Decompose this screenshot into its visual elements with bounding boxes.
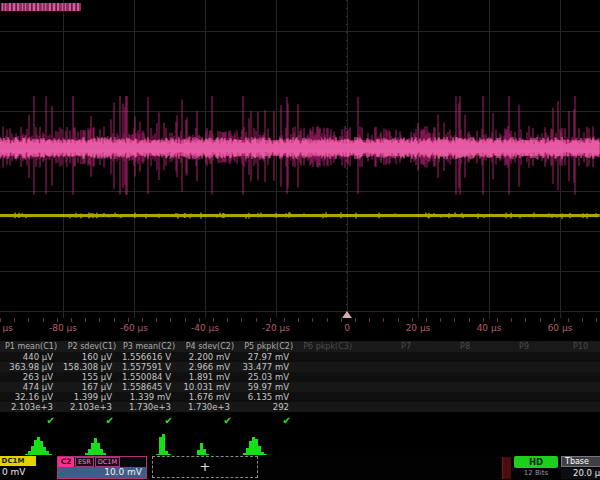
c1-trace (0, 212, 599, 219)
measure-value: 27.97 mV (236, 352, 289, 362)
c2-channel-tag: C2 (58, 457, 74, 467)
oscilloscope-screen: -100 µs-80 µs-60 µs-40 µs-20 µs020 µs40 … (0, 0, 600, 480)
measure-value: 440 µV (0, 352, 53, 362)
measure-min: 1.550084 V (118, 372, 171, 382)
measure-sdev: 1.676 mV (177, 392, 230, 402)
measure-max: 10.031 mV (177, 382, 230, 392)
channel-descriptor-c1[interactable]: DC1M 0 mV (0, 456, 56, 479)
time-label: -80 µs (49, 323, 77, 333)
measure-col-4[interactable]: P4 sdev(C2)2.200 mV2.966 mV1.891 mV10.03… (177, 341, 236, 433)
c1-scale-value: 0 mV (2, 467, 26, 477)
hd-badge: HD (514, 456, 558, 468)
measure-col-header: P7 (354, 341, 411, 352)
measure-min: 25.03 mV (236, 372, 289, 382)
measure-col-8[interactable]: P8 (413, 341, 472, 433)
measure-value: 1.556616 V (118, 352, 171, 362)
waveform-display (0, 0, 600, 330)
histicon-bar (252, 437, 255, 456)
histicon-bar (94, 438, 97, 456)
measure-max: 167 µV (59, 382, 112, 392)
status-check-icon: ✔ (59, 414, 114, 428)
measure-num: 1.730e+3 (118, 402, 171, 412)
measure-sdev: 32.16 µV (0, 392, 53, 402)
measure-num: 1.730e+3 (177, 402, 230, 412)
measure-col-3[interactable]: P3 mean(C2)1.556616 V1.557591 V1.550084 … (118, 341, 177, 433)
status-check-icon: ✔ (177, 414, 232, 428)
measure-col-header: P8 (413, 341, 470, 352)
measure-col-header: P3 mean(C2) (118, 341, 175, 352)
histicon-bar (37, 437, 40, 456)
plus-icon: + (200, 459, 211, 474)
measure-mean: 33.477 mV (236, 362, 289, 372)
measure-min: 1.891 mV (177, 372, 230, 382)
measure-sdev: 1.399 µV (59, 392, 112, 402)
timebase-descriptor[interactable]: Tbase 20.0 µs (561, 456, 600, 479)
add-trace-button[interactable]: + (152, 456, 258, 478)
histicon-bar (159, 437, 162, 456)
trigger-position-marker-icon[interactable] (342, 311, 352, 318)
measure-col-header: P2 sdev(C1) (59, 341, 116, 352)
time-label: -100 µs (0, 323, 13, 333)
measure-col-header: P9 (472, 341, 529, 352)
measure-value: 2.200 mV (177, 352, 230, 362)
measure-col-2[interactable]: P2 sdev(C1)160 µV158.308 µV155 µV167 µV1… (59, 341, 118, 433)
cropped-descriptor-fragment (502, 457, 511, 479)
time-label: 40 µs (477, 323, 502, 333)
measurement-table: P1 mean(C1)440 µV363.98 µV263 µV474 µV32… (0, 341, 600, 433)
time-label: 20 µs (406, 323, 431, 333)
measure-col-header: P1 mean(C1) (0, 341, 57, 352)
measure-num: 292 (236, 402, 289, 412)
c2-scale-value: 10.0 mV (58, 467, 146, 478)
measure-min: 263 µV (0, 372, 53, 382)
measure-mean: 158.308 µV (59, 362, 112, 372)
measure-col-header: P6 pkpk(C3) (295, 341, 352, 352)
measure-value: 160 µV (59, 352, 112, 362)
measure-col-10[interactable]: P10 (531, 341, 590, 433)
c2-coupling-tag: DC1M (95, 457, 120, 467)
status-check-icon: ✔ (118, 414, 173, 428)
histicon-bar (34, 440, 37, 456)
measure-max: 1.558645 V (118, 382, 171, 392)
measure-sdev: 1.339 mV (118, 392, 171, 402)
measure-num: 2.103e+3 (59, 402, 112, 412)
measure-col-6[interactable]: P6 pkpk(C3) (295, 341, 354, 433)
measure-mean: 2.966 mV (177, 362, 230, 372)
measure-sdev: 6.135 mV (236, 392, 289, 402)
descriptor-bar: DC1M 0 mV C2 ESR DC1M 10.0 mV + HD 12 Bi… (0, 455, 600, 480)
histicon-bar (249, 441, 252, 456)
time-label: -20 µs (262, 323, 290, 333)
timebase-title: Tbase (561, 456, 600, 467)
channel-descriptor-c2[interactable]: C2 ESR DC1M 10.0 mV (57, 456, 147, 479)
measure-col-header: P11 (590, 341, 600, 352)
histicon-strip (0, 430, 600, 458)
time-label: 60 µs (548, 323, 573, 333)
histicon-bar (40, 441, 43, 456)
measure-col-7[interactable]: P7 (354, 341, 413, 433)
time-label: -60 µs (120, 323, 148, 333)
timebase-value: 20.0 µs (561, 468, 600, 479)
c1-coupling-tag: DC1M (0, 456, 36, 466)
time-label: -40 µs (191, 323, 219, 333)
measure-col-5[interactable]: P5 pkpk(C2)27.97 mV33.477 mV25.03 mV59.9… (236, 341, 295, 433)
measure-num: 2.103e+3 (0, 402, 53, 412)
status-check-icon: ✔ (0, 414, 55, 428)
measure-max: 59.97 mV (236, 382, 289, 392)
time-axis: -100 µs-80 µs-60 µs-40 µs-20 µs020 µs40 … (0, 323, 600, 336)
hd-mode-descriptor[interactable]: HD 12 Bits (514, 456, 558, 479)
hd-bits-label: 12 Bits (514, 469, 558, 477)
histicon-bar (255, 439, 258, 456)
measure-col-header: P10 (531, 341, 588, 352)
time-label: 0 (344, 323, 350, 333)
status-check-icon: ✔ (236, 414, 291, 428)
c2-esr-tag: ESR (75, 457, 94, 467)
measure-col-11[interactable]: P11 (590, 341, 600, 433)
measure-max: 474 µV (0, 382, 53, 392)
measure-mean: 363.98 µV (0, 362, 53, 372)
measure-mean: 1.557591 V (118, 362, 171, 372)
measure-col-header: P5 pkpk(C2) (236, 341, 293, 352)
measure-col-1[interactable]: P1 mean(C1)440 µV363.98 µV263 µV474 µV32… (0, 341, 59, 433)
measure-col-9[interactable]: P9 (472, 341, 531, 433)
measure-col-header: P4 sdev(C2) (177, 341, 234, 352)
histicon-bar (162, 434, 165, 456)
measure-min: 155 µV (59, 372, 112, 382)
